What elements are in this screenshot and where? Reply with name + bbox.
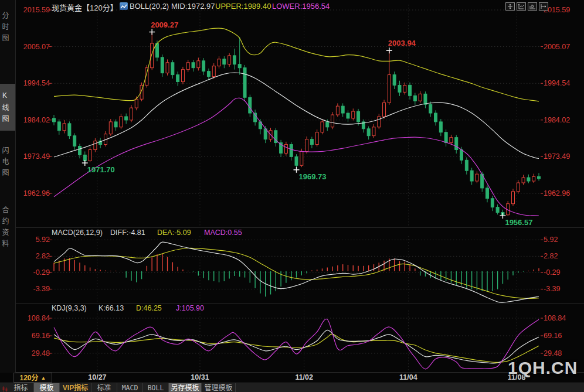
candle <box>450 138 453 143</box>
kdj-d-value: D:46.25 <box>136 304 162 312</box>
tab-1[interactable]: 模板 <box>34 383 60 392</box>
candle <box>264 129 267 139</box>
play-forward-icon[interactable] <box>528 2 537 11</box>
tab-7[interactable]: 管理模板 <box>202 383 236 392</box>
candle <box>192 63 195 68</box>
boll-indicator-label: BOLL(20,2) <box>130 2 169 11</box>
candle <box>83 155 86 161</box>
macd-params-label: MACD(26,12,9) <box>52 229 103 237</box>
tab-4[interactable]: MACD <box>117 383 143 392</box>
candle <box>393 75 396 86</box>
price-annotation: 2003.94 <box>388 39 416 47</box>
candle <box>352 111 355 118</box>
candle <box>439 122 442 132</box>
candle <box>155 43 158 57</box>
macd-axis-label: 5.92 <box>544 236 579 244</box>
price-axis-label: 1994.54 <box>18 79 50 87</box>
tab-5[interactable]: BOLL <box>143 383 169 392</box>
candle <box>357 111 360 122</box>
kdj-axis-label: 29.48 <box>544 349 579 357</box>
sidebar-item-0[interactable]: 分时图 <box>0 4 15 50</box>
price-annotation: 1969.73 <box>299 172 327 181</box>
date-axis-label: 11/04 <box>391 373 426 381</box>
candle <box>347 113 349 118</box>
candle <box>68 124 71 136</box>
chart-canvas[interactable] <box>0 0 584 392</box>
macd-axis-label: -3.39 <box>544 285 579 293</box>
sidebar-item-1[interactable]: K线图 <box>0 84 15 131</box>
candle <box>398 85 401 92</box>
candle <box>315 132 318 145</box>
candle <box>73 136 76 146</box>
macd-axis-label: -0.29 <box>18 268 50 277</box>
candle <box>120 117 123 127</box>
candle <box>223 59 226 64</box>
candle <box>486 188 489 199</box>
candle <box>135 99 138 108</box>
candle <box>413 96 416 101</box>
candle <box>429 104 432 113</box>
tab-2[interactable]: VIP指标 <box>60 383 91 392</box>
candle <box>517 183 520 192</box>
price-axis-label: 1973.49 <box>18 152 50 161</box>
tab-3[interactable]: 标准 <box>91 383 117 392</box>
candle <box>78 146 81 155</box>
candle <box>166 63 169 73</box>
macd-value: MACD:0.55 <box>204 229 242 237</box>
candle <box>512 192 515 204</box>
sidebar-item-3[interactable]: 合约资料 <box>0 197 15 258</box>
kdj-j-value: J:105.90 <box>176 304 204 312</box>
candle <box>326 122 329 127</box>
candle <box>532 176 535 181</box>
boll-upper-value: UPPER:1989.40 <box>215 2 271 11</box>
tab-6[interactable]: 另存模板 <box>169 383 202 392</box>
candle <box>207 71 210 77</box>
candle <box>331 115 334 127</box>
candle <box>465 160 468 171</box>
candle <box>383 103 386 117</box>
candle <box>434 113 437 122</box>
candle <box>114 122 117 127</box>
candle <box>151 43 154 68</box>
candle <box>419 94 422 101</box>
sidebar-item-2[interactable]: 闪电图 <box>0 138 15 185</box>
kdj-axis-label: 69.16 <box>544 332 579 340</box>
candle <box>522 178 525 183</box>
kline-mini-icon <box>2 384 9 391</box>
candle <box>310 139 313 145</box>
candle <box>444 132 447 143</box>
candle <box>57 122 60 131</box>
macd-axis-label: -3.39 <box>18 285 50 293</box>
price-axis-label: 1994.54 <box>544 79 579 87</box>
kdj-params-label: KDJ(9,3,3) <box>52 304 87 312</box>
trading-app-window: 分时图K线图闪电图合约资料 现货黄金【120分】 BOLL(20,2) MID:… <box>0 0 584 392</box>
boll-mid-value: MID:1972.97 <box>171 2 215 11</box>
candle <box>212 66 215 77</box>
candle <box>94 141 97 150</box>
candle <box>336 106 339 115</box>
date-axis-label: 11/02 <box>287 373 322 381</box>
boll-lower-value: LOWER:1956.54 <box>272 2 330 11</box>
candle <box>109 122 112 134</box>
candle <box>218 59 220 66</box>
tab-0[interactable]: 指标 <box>8 383 34 392</box>
fit-y-axis-icon[interactable] <box>517 2 526 11</box>
candle <box>181 70 184 82</box>
kdj-axis-label: 108.84 <box>18 314 50 322</box>
macd-axis-label: 5.92 <box>18 236 50 244</box>
indicator-tabbar: 指标模板VIP指标标准MACDBOLL另存模板管理模板 <box>0 383 584 392</box>
pan-right-icon[interactable] <box>539 2 548 11</box>
interval-label: 120分 <box>20 374 39 382</box>
candle <box>228 56 231 64</box>
date-axis-label: 10/31 <box>182 373 218 381</box>
candle <box>305 139 308 152</box>
candle <box>388 75 391 103</box>
candle <box>89 149 91 161</box>
date-axis-label: 10/27 <box>80 373 115 381</box>
move-crosshair-icon[interactable] <box>505 2 515 11</box>
candle <box>476 174 478 181</box>
candle <box>161 57 164 73</box>
candle <box>496 207 499 213</box>
interval-selector[interactable]: 120分 ▲ <box>13 373 52 383</box>
kdj-axis-label: 69.16 <box>18 332 50 340</box>
